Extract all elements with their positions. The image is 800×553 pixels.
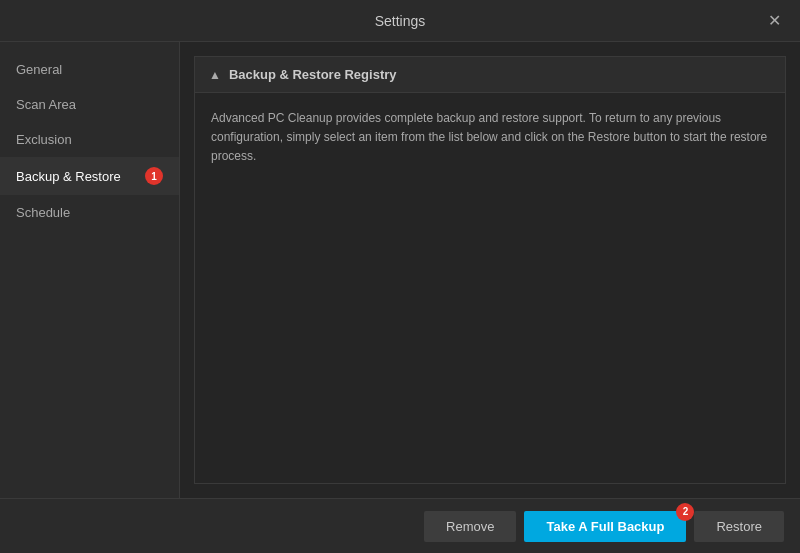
section-header: ▲ Backup & Restore Registry [195, 57, 785, 93]
restore-button[interactable]: Restore [694, 511, 784, 542]
settings-dialog: Settings ✕ General Scan Area Exclusion B… [0, 0, 800, 553]
sidebar-label-general: General [16, 62, 62, 77]
section-title: Backup & Restore Registry [229, 67, 397, 82]
section-body: Advanced PC Cleanup provides complete ba… [195, 93, 785, 483]
take-full-backup-button[interactable]: Take A Full Backup 2 [524, 511, 686, 542]
bottom-bar: Remove Take A Full Backup 2 Restore [0, 498, 800, 553]
content-area: ▲ Backup & Restore Registry Advanced PC … [180, 42, 800, 498]
sidebar-label-schedule: Schedule [16, 205, 70, 220]
close-button[interactable]: ✕ [764, 11, 784, 31]
backup-button-badge: 2 [676, 503, 694, 521]
sidebar-item-scan-area[interactable]: Scan Area [0, 87, 179, 122]
collapse-icon: ▲ [209, 68, 221, 82]
sidebar-label-exclusion: Exclusion [16, 132, 72, 147]
sidebar-item-general[interactable]: General [0, 52, 179, 87]
backup-restore-section: ▲ Backup & Restore Registry Advanced PC … [194, 56, 786, 484]
main-content: General Scan Area Exclusion Backup & Res… [0, 42, 800, 498]
backup-restore-badge: 1 [145, 167, 163, 185]
title-bar: Settings ✕ [0, 0, 800, 42]
sidebar-label-backup-restore: Backup & Restore [16, 169, 121, 184]
sidebar: General Scan Area Exclusion Backup & Res… [0, 42, 180, 498]
sidebar-label-scan-area: Scan Area [16, 97, 76, 112]
dialog-title: Settings [36, 13, 764, 29]
sidebar-item-backup-restore[interactable]: Backup & Restore 1 [0, 157, 179, 195]
backup-button-label: Take A Full Backup [546, 519, 664, 534]
section-description: Advanced PC Cleanup provides complete ba… [211, 109, 769, 167]
sidebar-item-schedule[interactable]: Schedule [0, 195, 179, 230]
remove-button[interactable]: Remove [424, 511, 516, 542]
sidebar-item-exclusion[interactable]: Exclusion [0, 122, 179, 157]
